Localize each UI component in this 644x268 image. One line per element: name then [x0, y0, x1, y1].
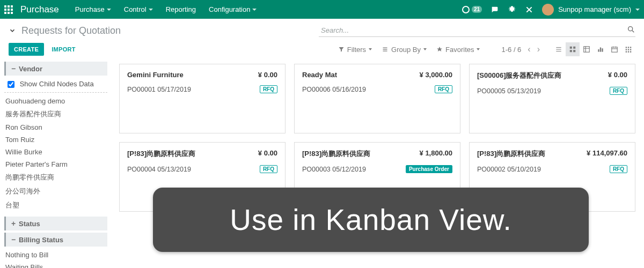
show-child-nodes[interactable]: Show Child Nodes Data	[4, 76, 107, 93]
star-icon	[436, 46, 443, 53]
card-amount: ¥ 0.00	[608, 71, 627, 80]
kanban-card[interactable]: [S00006]服务器配件供应商¥ 0.00PO00005 05/13/2019…	[469, 64, 635, 133]
main-menu: Purchase Control Reporting Configuration	[75, 5, 257, 13]
vendor-item[interactable]: 尚鹏零件供应商	[4, 170, 107, 184]
menu-control[interactable]: Control	[124, 5, 153, 13]
vendor-item[interactable]: 台塑	[4, 198, 107, 212]
vendor-item[interactable]: 服务器配件供应商	[4, 107, 107, 121]
top-nav: Purchase Purchase Control Reporting Conf…	[0, 0, 644, 19]
card-ref: PO00002 05/10/2019	[477, 166, 541, 173]
activity-count: 21	[472, 6, 482, 13]
vendor-item[interactable]: 分公司海外	[4, 184, 107, 198]
billing-item[interactable]: Nothing to Bill	[4, 249, 107, 261]
view-pivot[interactable]	[580, 42, 594, 56]
kanban-card[interactable]: Gemini Furniture¥ 0.00PO00001 05/17/2019…	[119, 64, 286, 133]
view-switcher	[552, 42, 635, 56]
chat-icon[interactable]	[491, 5, 499, 14]
user-menu[interactable]: Sunpop manager (scm)	[542, 4, 640, 16]
card-amount: ¥ 3,000.00	[420, 71, 452, 79]
favorites-dropdown[interactable]: Favorites	[436, 46, 480, 54]
activity-counter[interactable]: 21	[462, 6, 482, 13]
caret-down-icon	[477, 48, 480, 50]
filters-dropdown[interactable]: Filters	[338, 46, 372, 54]
overlay-caption: Use in Kanban View.	[153, 188, 589, 252]
card-amount: ¥ 0.00	[258, 149, 277, 159]
app-name: Purchase	[20, 4, 59, 15]
facet-status[interactable]: Status	[4, 217, 107, 230]
status-badge: RFQ	[260, 165, 277, 173]
avatar	[542, 4, 554, 16]
pager-text: 1-6 / 6	[501, 46, 521, 54]
vendor-item[interactable]: Tom Ruiz	[4, 133, 107, 146]
vendor-item[interactable]: Ron Gibson	[4, 121, 107, 133]
menu-configuration[interactable]: Configuration	[209, 5, 257, 13]
status-badge: RFQ	[610, 165, 627, 173]
card-title: [S00006]服务器配件供应商	[477, 71, 561, 80]
show-child-checkbox[interactable]	[8, 81, 14, 88]
vendor-item[interactable]: Willie Burke	[4, 146, 107, 158]
billing-list: Nothing to Bill Waiting Bills No Bill to…	[4, 247, 107, 268]
view-graph[interactable]	[594, 42, 608, 56]
sidebar: Vendor Show Child Nodes Data Guohuadeng …	[0, 59, 113, 268]
status-badge: Purchase Order	[406, 165, 452, 173]
search-input[interactable]	[319, 24, 635, 36]
card-amount: ¥ 114,097.60	[587, 149, 627, 159]
menu-purchase[interactable]: Purchase	[75, 5, 111, 13]
kanban-card[interactable]: Ready Mat¥ 3,000.00PO00006 05/16/2019RFQ	[294, 64, 460, 133]
user-name: Sunpop manager (scm)	[558, 5, 631, 13]
status-badge: RFQ	[435, 85, 452, 93]
close-icon[interactable]	[525, 5, 533, 14]
create-button[interactable]: CREATE	[9, 43, 44, 56]
breadcrumb-back-icon[interactable]	[9, 27, 16, 34]
svg-rect-15	[630, 49, 631, 50]
facet-vendor[interactable]: Vendor	[4, 62, 107, 76]
card-title: Ready Mat	[302, 71, 337, 79]
pager-prev[interactable]: ‹	[528, 44, 530, 54]
svg-rect-1	[570, 47, 572, 49]
pager: 1-6 / 6 ‹ ›	[501, 44, 540, 54]
svg-rect-12	[630, 47, 631, 48]
search-options: Filters Group By Favorites	[338, 46, 480, 54]
view-kanban[interactable]	[566, 42, 580, 56]
vendor-item[interactable]: Guohuadeng demo	[4, 95, 107, 107]
svg-rect-14	[628, 49, 629, 50]
view-calendar[interactable]	[608, 42, 621, 56]
card-ref: PO00003 05/12/2019	[302, 166, 366, 173]
caret-down-icon	[635, 9, 640, 11]
facet-title: Billing Status	[19, 236, 63, 244]
bug-icon[interactable]	[508, 5, 516, 14]
billing-item[interactable]: Waiting Bills	[4, 261, 107, 268]
card-ref: PO00001 05/17/2019	[127, 86, 191, 93]
caret-down-icon	[252, 9, 257, 11]
card-ref: PO00005 05/13/2019	[477, 87, 541, 95]
collapse-icon	[10, 235, 17, 244]
clock-icon	[462, 6, 470, 13]
breadcrumb: Requests for Quotation	[21, 25, 121, 36]
svg-rect-10	[626, 47, 627, 48]
funnel-icon	[338, 46, 345, 53]
favorites-label: Favorites	[445, 46, 474, 54]
svg-rect-7	[600, 48, 601, 52]
svg-rect-3	[570, 50, 572, 52]
svg-rect-2	[573, 47, 575, 49]
groupby-dropdown[interactable]: Group By	[382, 46, 427, 54]
svg-rect-5	[584, 47, 590, 53]
caret-down-icon	[369, 48, 372, 50]
status-badge: RFQ	[610, 87, 627, 95]
search-icon[interactable]	[627, 25, 635, 34]
filters-label: Filters	[347, 46, 366, 54]
vendor-item[interactable]: Pieter Parter's Farm	[4, 158, 107, 170]
facet-title: Vendor	[19, 65, 42, 73]
search-bar	[319, 24, 635, 37]
view-activity[interactable]	[621, 42, 635, 56]
caret-down-icon	[423, 48, 427, 50]
apps-icon[interactable]	[4, 5, 13, 14]
svg-rect-8	[602, 48, 603, 51]
vendor-list: Guohuadeng demo 服务器配件供应商 Ron Gibson Tom …	[4, 93, 107, 214]
import-button[interactable]: IMPORT	[52, 46, 76, 53]
menu-reporting[interactable]: Reporting	[166, 5, 196, 13]
pager-next[interactable]: ›	[537, 44, 540, 54]
view-list[interactable]	[552, 42, 566, 56]
facet-billing[interactable]: Billing Status	[4, 233, 107, 247]
svg-rect-13	[626, 49, 627, 50]
